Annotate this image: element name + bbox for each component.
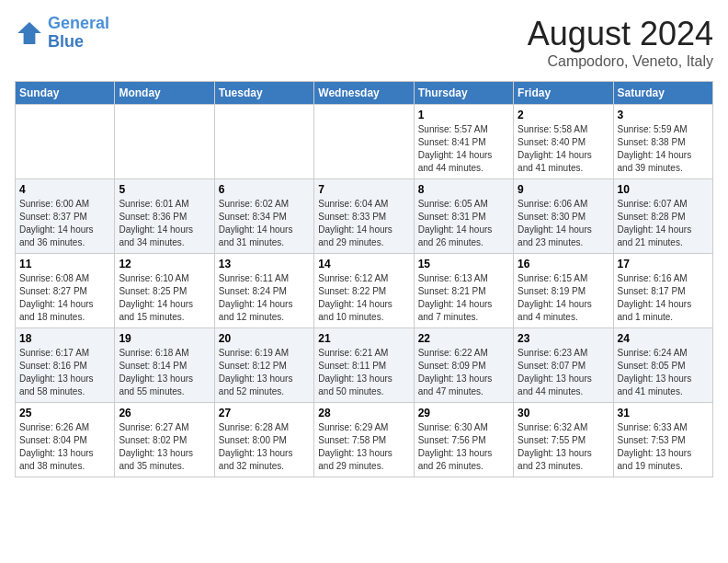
- day-info: Sunrise: 6:26 AM Sunset: 8:04 PM Dayligh…: [19, 421, 110, 473]
- weekday-header: Monday: [115, 82, 214, 105]
- calendar-cell: 4Sunrise: 6:00 AM Sunset: 8:37 PM Daylig…: [16, 179, 115, 254]
- day-info: Sunrise: 6:15 AM Sunset: 8:19 PM Dayligh…: [518, 272, 609, 324]
- calendar-cell: 7Sunrise: 6:04 AM Sunset: 8:33 PM Daylig…: [314, 179, 414, 254]
- calendar-week-row: 18Sunrise: 6:17 AM Sunset: 8:16 PM Dayli…: [16, 328, 713, 403]
- day-info: Sunrise: 6:33 AM Sunset: 7:53 PM Dayligh…: [618, 421, 709, 473]
- calendar-cell: 25Sunrise: 6:26 AM Sunset: 8:04 PM Dayli…: [16, 403, 115, 477]
- calendar-cell: 1Sunrise: 5:57 AM Sunset: 8:41 PM Daylig…: [414, 105, 513, 179]
- day-info: Sunrise: 6:29 AM Sunset: 7:58 PM Dayligh…: [318, 421, 409, 473]
- calendar-cell: 8Sunrise: 6:05 AM Sunset: 8:31 PM Daylig…: [414, 179, 513, 254]
- calendar-cell: 26Sunrise: 6:27 AM Sunset: 8:02 PM Dayli…: [115, 403, 214, 477]
- calendar-cell: 24Sunrise: 6:24 AM Sunset: 8:05 PM Dayli…: [613, 328, 712, 403]
- weekday-header: Thursday: [414, 82, 513, 105]
- day-number: 6: [219, 183, 310, 196]
- day-info: Sunrise: 6:06 AM Sunset: 8:30 PM Dayligh…: [518, 198, 609, 249]
- day-info: Sunrise: 6:19 AM Sunset: 8:12 PM Dayligh…: [219, 347, 310, 398]
- day-info: Sunrise: 6:28 AM Sunset: 8:00 PM Dayligh…: [219, 421, 310, 473]
- calendar-cell: [16, 105, 115, 179]
- calendar-cell: 27Sunrise: 6:28 AM Sunset: 8:00 PM Dayli…: [214, 403, 313, 477]
- day-number: 29: [418, 407, 509, 419]
- day-info: Sunrise: 6:30 AM Sunset: 7:56 PM Dayligh…: [418, 421, 509, 473]
- day-number: 10: [618, 183, 709, 196]
- logo-line1: General: [48, 14, 109, 32]
- day-info: Sunrise: 6:32 AM Sunset: 7:55 PM Dayligh…: [518, 421, 609, 473]
- day-number: 4: [19, 183, 110, 196]
- calendar-cell: 15Sunrise: 6:13 AM Sunset: 8:21 PM Dayli…: [414, 254, 513, 328]
- title-area: August 2024 Campodoro, Veneto, Italy: [528, 15, 713, 70]
- calendar-week-row: 25Sunrise: 6:26 AM Sunset: 8:04 PM Dayli…: [16, 403, 713, 477]
- day-info: Sunrise: 6:07 AM Sunset: 8:28 PM Dayligh…: [618, 198, 709, 249]
- day-info: Sunrise: 6:05 AM Sunset: 8:31 PM Dayligh…: [418, 198, 509, 249]
- day-info: Sunrise: 6:22 AM Sunset: 8:09 PM Dayligh…: [418, 347, 509, 398]
- weekday-header: Wednesday: [314, 82, 414, 105]
- logo-line2: Blue: [48, 33, 109, 52]
- day-info: Sunrise: 6:21 AM Sunset: 8:11 PM Dayligh…: [318, 347, 409, 398]
- day-number: 15: [418, 258, 509, 270]
- day-number: 9: [518, 183, 609, 196]
- calendar-cell: 28Sunrise: 6:29 AM Sunset: 7:58 PM Dayli…: [314, 403, 414, 477]
- calendar-cell: 16Sunrise: 6:15 AM Sunset: 8:19 PM Dayli…: [514, 254, 613, 328]
- day-number: 20: [219, 332, 310, 345]
- calendar-week-row: 1Sunrise: 5:57 AM Sunset: 8:41 PM Daylig…: [16, 105, 713, 179]
- day-number: 19: [119, 332, 210, 345]
- day-info: Sunrise: 6:18 AM Sunset: 8:14 PM Dayligh…: [119, 347, 210, 398]
- weekday-header: Saturday: [613, 82, 712, 105]
- day-number: 5: [119, 183, 210, 196]
- day-number: 30: [518, 407, 609, 419]
- calendar-cell: [214, 105, 313, 179]
- day-number: 7: [318, 183, 409, 196]
- day-number: 23: [518, 332, 609, 345]
- calendar-cell: 11Sunrise: 6:08 AM Sunset: 8:27 PM Dayli…: [16, 254, 115, 328]
- calendar-week-row: 11Sunrise: 6:08 AM Sunset: 8:27 PM Dayli…: [16, 254, 713, 328]
- day-number: 18: [19, 332, 110, 345]
- day-info: Sunrise: 5:57 AM Sunset: 8:41 PM Dayligh…: [418, 123, 509, 175]
- calendar-cell: 2Sunrise: 5:58 AM Sunset: 8:40 PM Daylig…: [514, 105, 613, 179]
- day-number: 11: [19, 258, 110, 270]
- day-number: 31: [618, 407, 709, 419]
- day-info: Sunrise: 6:02 AM Sunset: 8:34 PM Dayligh…: [219, 198, 310, 249]
- calendar-cell: 5Sunrise: 6:01 AM Sunset: 8:36 PM Daylig…: [115, 179, 214, 254]
- day-info: Sunrise: 6:11 AM Sunset: 8:24 PM Dayligh…: [219, 272, 310, 324]
- day-number: 27: [219, 407, 310, 419]
- calendar-cell: 13Sunrise: 6:11 AM Sunset: 8:24 PM Dayli…: [214, 254, 313, 328]
- day-number: 26: [119, 407, 210, 419]
- calendar-cell: 30Sunrise: 6:32 AM Sunset: 7:55 PM Dayli…: [514, 403, 613, 477]
- calendar-cell: 12Sunrise: 6:10 AM Sunset: 8:25 PM Dayli…: [115, 254, 214, 328]
- day-info: Sunrise: 6:16 AM Sunset: 8:17 PM Dayligh…: [618, 272, 709, 324]
- calendar-cell: 6Sunrise: 6:02 AM Sunset: 8:34 PM Daylig…: [214, 179, 313, 254]
- calendar-cell: 3Sunrise: 5:59 AM Sunset: 8:38 PM Daylig…: [613, 105, 712, 179]
- day-number: 1: [418, 109, 509, 121]
- calendar-cell: 14Sunrise: 6:12 AM Sunset: 8:22 PM Dayli…: [314, 254, 414, 328]
- calendar-cell: [115, 105, 214, 179]
- header: General Blue August 2024 Campodoro, Vene…: [15, 15, 713, 70]
- calendar-cell: 20Sunrise: 6:19 AM Sunset: 8:12 PM Dayli…: [214, 328, 313, 403]
- day-info: Sunrise: 6:04 AM Sunset: 8:33 PM Dayligh…: [318, 198, 409, 249]
- day-number: 28: [318, 407, 409, 419]
- logo: General Blue: [15, 15, 109, 52]
- weekday-header: Sunday: [16, 82, 115, 105]
- day-info: Sunrise: 5:59 AM Sunset: 8:38 PM Dayligh…: [618, 123, 709, 175]
- calendar-cell: 22Sunrise: 6:22 AM Sunset: 8:09 PM Dayli…: [414, 328, 513, 403]
- day-info: Sunrise: 6:12 AM Sunset: 8:22 PM Dayligh…: [318, 272, 409, 324]
- day-number: 22: [418, 332, 509, 345]
- day-info: Sunrise: 6:10 AM Sunset: 8:25 PM Dayligh…: [119, 272, 210, 324]
- weekday-header-row: SundayMondayTuesdayWednesdayThursdayFrid…: [16, 82, 713, 105]
- day-number: 24: [618, 332, 709, 345]
- day-number: 14: [318, 258, 409, 270]
- day-info: Sunrise: 6:17 AM Sunset: 8:16 PM Dayligh…: [19, 347, 110, 398]
- calendar-cell: 21Sunrise: 6:21 AM Sunset: 8:11 PM Dayli…: [314, 328, 414, 403]
- calendar-cell: 17Sunrise: 6:16 AM Sunset: 8:17 PM Dayli…: [613, 254, 712, 328]
- day-number: 21: [318, 332, 409, 345]
- day-info: Sunrise: 6:13 AM Sunset: 8:21 PM Dayligh…: [418, 272, 509, 324]
- calendar-cell: 10Sunrise: 6:07 AM Sunset: 8:28 PM Dayli…: [613, 179, 712, 254]
- day-number: 12: [119, 258, 210, 270]
- svg-marker-0: [17, 22, 41, 44]
- day-info: Sunrise: 6:23 AM Sunset: 8:07 PM Dayligh…: [518, 347, 609, 398]
- calendar-cell: 29Sunrise: 6:30 AM Sunset: 7:56 PM Dayli…: [414, 403, 513, 477]
- day-info: Sunrise: 6:24 AM Sunset: 8:05 PM Dayligh…: [618, 347, 709, 398]
- calendar-cell: 31Sunrise: 6:33 AM Sunset: 7:53 PM Dayli…: [613, 403, 712, 477]
- day-number: 13: [219, 258, 310, 270]
- day-number: 17: [618, 258, 709, 270]
- calendar-cell: 18Sunrise: 6:17 AM Sunset: 8:16 PM Dayli…: [16, 328, 115, 403]
- day-info: Sunrise: 6:08 AM Sunset: 8:27 PM Dayligh…: [19, 272, 110, 324]
